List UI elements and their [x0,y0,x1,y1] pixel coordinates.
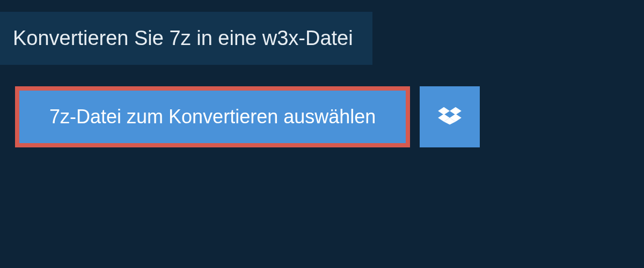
action-row: 7z-Datei zum Konvertieren auswählen [15,86,644,147]
select-file-highlight: 7z-Datei zum Konvertieren auswählen [15,86,410,147]
dropbox-button[interactable] [420,86,480,147]
page-header: Konvertieren Sie 7z in eine w3x-Datei [0,12,372,65]
dropbox-icon [438,106,462,128]
page-title: Konvertieren Sie 7z in eine w3x-Datei [13,27,353,50]
select-file-button[interactable]: 7z-Datei zum Konvertieren auswählen [19,91,406,143]
